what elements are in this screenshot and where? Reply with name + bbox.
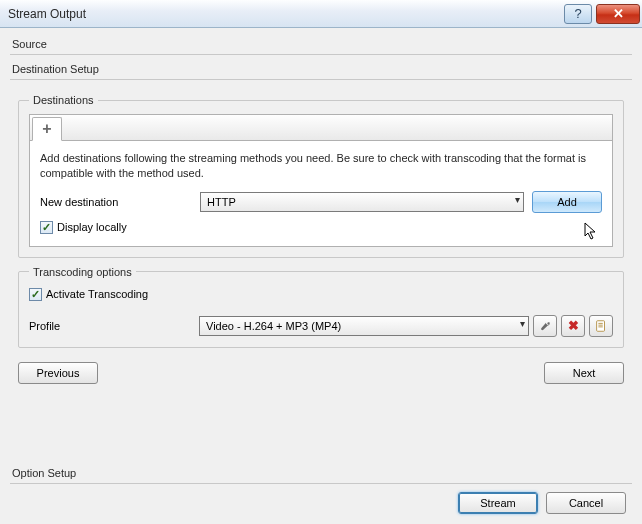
next-button[interactable]: Next: [544, 362, 624, 384]
destinations-legend: Destinations: [29, 94, 98, 106]
display-locally-label: Display locally: [57, 221, 127, 233]
help-button[interactable]: ?: [564, 4, 592, 24]
help-icon: ?: [574, 6, 581, 21]
new-profile-button[interactable]: [589, 315, 613, 337]
activate-transcoding-checkbox[interactable]: [29, 288, 42, 301]
add-tab-button[interactable]: +: [32, 117, 62, 141]
cancel-button[interactable]: Cancel: [546, 492, 626, 514]
section-source[interactable]: Source: [10, 34, 632, 55]
profile-value: Video - H.264 + MP3 (MP4): [206, 320, 341, 332]
plus-icon: +: [42, 120, 51, 138]
stream-button[interactable]: Stream: [458, 492, 538, 514]
profile-select[interactable]: Video - H.264 + MP3 (MP4): [199, 316, 529, 336]
profile-label: Profile: [29, 320, 199, 332]
destinations-instructions: Add destinations following the streaming…: [40, 151, 602, 181]
destination-method-value: HTTP: [207, 196, 236, 208]
destinations-group: Destinations + Add destinations followin…: [18, 94, 624, 258]
close-icon: ✕: [613, 6, 624, 21]
display-locally-checkbox[interactable]: [40, 221, 53, 234]
svg-rect-0: [597, 320, 605, 331]
delete-profile-button[interactable]: ✖: [561, 315, 585, 337]
activate-transcoding-label: Activate Transcoding: [46, 288, 148, 300]
new-destination-label: New destination: [40, 196, 200, 208]
add-button[interactable]: Add: [532, 191, 602, 213]
section-destination-setup[interactable]: Destination Setup: [10, 59, 632, 80]
delete-icon: ✖: [568, 318, 579, 333]
previous-button[interactable]: Previous: [18, 362, 98, 384]
section-option-setup[interactable]: Option Setup: [10, 463, 632, 484]
destinations-tabstrip: +: [30, 115, 612, 141]
edit-profile-button[interactable]: [533, 315, 557, 337]
transcoding-group: Transcoding options Activate Transcoding…: [18, 266, 624, 348]
wrench-icon: [538, 319, 552, 333]
titlebar: Stream Output ? ✕: [0, 0, 642, 28]
window-title: Stream Output: [8, 7, 86, 21]
destination-method-select[interactable]: HTTP: [200, 192, 524, 212]
transcoding-legend: Transcoding options: [29, 266, 136, 278]
close-button[interactable]: ✕: [596, 4, 640, 24]
document-icon: [594, 319, 608, 333]
